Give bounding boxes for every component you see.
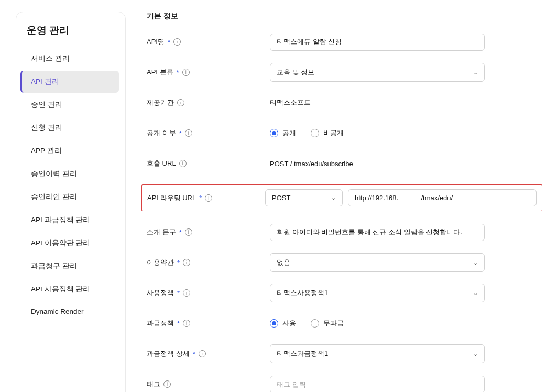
row-routing-url: API 라우팅 URL * i POST ⌄ [141,184,542,211]
info-icon[interactable]: i [185,129,192,137]
sidebar-item-usage-policy[interactable]: API 사용정책 관리 [20,278,119,300]
select-terms[interactable]: 없음 ⌄ [270,253,485,272]
select-billing-detail[interactable]: 티맥스과금정책1 ⌄ [270,344,485,363]
radio-group-public: 공개 비공개 [270,128,344,138]
label-intro: 소개 문구 * i [147,227,270,237]
radio-circle-icon [311,129,319,137]
info-icon[interactable]: i [183,289,190,297]
sidebar-item-api[interactable]: API 관리 [20,71,119,93]
chevron-down-icon: ⌄ [473,259,478,266]
select-api-category[interactable]: 교육 및 정보 ⌄ [270,63,485,82]
chevron-down-icon: ⌄ [473,351,478,357]
info-icon[interactable]: i [183,320,190,327]
radio-public-no[interactable]: 비공개 [311,128,344,138]
sidebar-item-dynamic-render[interactable]: Dynamic Render [20,301,119,322]
label-billing-detail: 과금정책 상세 * i [147,349,270,358]
row-tag: 태그 i [147,375,542,392]
required-marker: * [199,194,202,202]
sidebar-item-approval[interactable]: 승인 관리 [20,94,119,116]
label-api-name: API명 * i [147,37,270,47]
required-marker: * [177,259,180,267]
row-api-category: API 분류 * i 교육 및 정보 ⌄ [147,63,542,82]
input-intro[interactable] [270,224,485,241]
info-icon[interactable]: i [185,228,192,236]
chevron-down-icon: ⌄ [473,290,478,297]
chevron-down-icon: ⌄ [473,69,478,76]
required-marker: * [179,228,182,236]
row-provider: 제공기관 i 티맥스소프트 [147,93,542,112]
row-intro: 소개 문구 * i [147,223,542,242]
main-content: 기본 정보 API명 * i API 분류 * i 교육 및 정보 ⌄ [126,12,542,392]
required-marker: * [168,38,170,46]
row-terms: 이용약관 * i 없음 ⌄ [147,253,542,272]
sidebar-item-billing-claim[interactable]: 과금청구 관리 [20,255,119,277]
input-routing-url[interactable] [348,189,537,206]
row-usage-policy: 사용정책 * i 티맥스사용정책1 ⌄ [147,284,542,302]
sidebar-item-approval-line[interactable]: 승인라인 관리 [20,186,119,208]
sidebar-item-terms[interactable]: API 이용약관 관리 [20,232,119,254]
info-icon[interactable]: i [199,350,206,357]
required-marker: * [179,129,182,137]
sidebar-title: 운영 관리 [16,24,125,47]
info-icon[interactable]: i [173,38,181,46]
row-call-url: 호출 URL i POST / tmax/edu/subscribe [147,154,542,173]
radio-group-billing: 사용 무과금 [270,319,344,328]
radio-circle-icon [270,129,278,137]
info-icon[interactable]: i [205,194,212,202]
radio-billing-use[interactable]: 사용 [270,319,296,328]
sidebar-item-approval-history[interactable]: 승인이력 관리 [20,163,119,185]
radio-public-yes[interactable]: 공개 [270,128,296,138]
info-icon[interactable]: i [177,99,184,106]
required-marker: * [177,320,180,328]
select-usage-policy[interactable]: 티맥스사용정책1 ⌄ [270,284,485,302]
label-api-category: API 분류 * i [147,68,270,77]
input-api-name[interactable] [270,34,485,51]
required-marker: * [177,69,179,77]
value-provider: 티맥스소프트 [270,98,311,107]
sidebar-item-service[interactable]: 서비스 관리 [20,48,119,70]
radio-circle-icon [270,319,278,328]
info-icon[interactable]: i [179,160,187,167]
label-billing: 과금정책 * i [147,319,270,328]
info-icon[interactable]: i [163,380,171,388]
input-tag[interactable] [270,376,485,393]
radio-billing-free[interactable]: 무과금 [311,319,344,328]
sidebar-item-billing-policy[interactable]: API 과금정책 관리 [20,209,119,231]
sidebar-item-request[interactable]: 신청 관리 [20,117,119,139]
info-icon[interactable]: i [182,69,190,76]
label-tag: 태그 i [147,379,270,389]
sidebar-items: 서비스 관리 API 관리 승인 관리 신청 관리 APP 관리 승인이력 관리… [16,48,125,322]
chevron-down-icon: ⌄ [331,194,336,201]
row-public: 공개 여부 * i 공개 비공개 [147,124,542,143]
required-marker: * [193,350,195,358]
required-marker: * [177,289,180,297]
section-title: 기본 정보 [147,12,542,21]
label-terms: 이용약관 * i [147,258,270,267]
value-call-url: POST / tmax/edu/subscribe [270,160,353,168]
label-call-url: 호출 URL i [147,159,270,168]
label-provider: 제공기관 i [147,98,270,107]
info-icon[interactable]: i [183,259,190,266]
row-billing-detail: 과금정책 상세 * i 티맥스과금정책1 ⌄ [147,344,542,363]
radio-circle-icon [311,319,319,328]
sidebar-item-app[interactable]: APP 관리 [20,140,119,162]
label-public: 공개 여부 * i [147,128,270,138]
label-usage-policy: 사용정책 * i [147,288,270,298]
label-routing-url: API 라우팅 URL * i [147,193,265,203]
row-api-name: API명 * i [147,32,542,51]
row-billing: 과금정책 * i 사용 무과금 [147,314,542,333]
sidebar: 운영 관리 서비스 관리 API 관리 승인 관리 신청 관리 APP 관리 승… [16,12,126,392]
select-routing-method[interactable]: POST ⌄ [265,189,343,206]
